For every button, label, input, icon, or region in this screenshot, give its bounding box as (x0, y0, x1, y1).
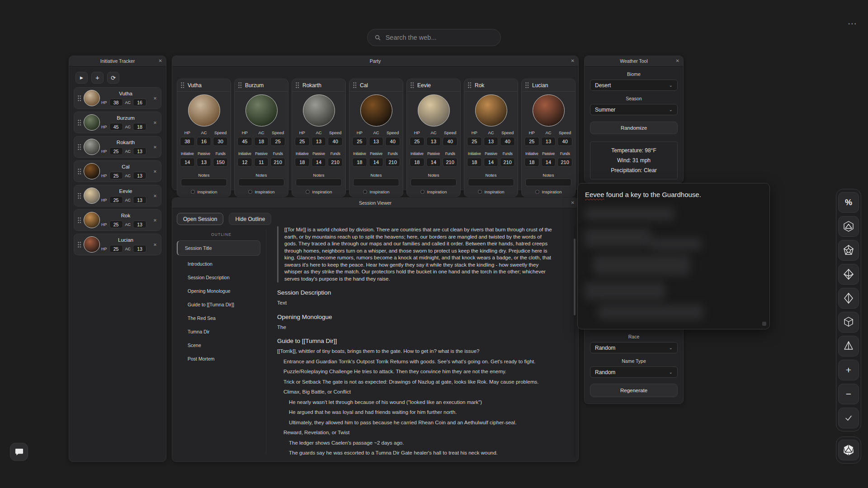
drag-handle-icon[interactable] (78, 169, 82, 175)
funds-value[interactable]: 210 (500, 158, 515, 167)
funds-value[interactable]: 210 (385, 158, 400, 167)
speed-value[interactable]: 25 (270, 137, 285, 146)
outline-item[interactable]: Scene (177, 338, 266, 352)
hp-value[interactable]: 25 (524, 137, 539, 146)
initiative-value[interactable]: 12 (237, 158, 252, 167)
funds-value[interactable]: 210 (443, 158, 458, 167)
scrollbar-thumb[interactable] (574, 239, 576, 315)
close-icon[interactable]: ✕ (571, 200, 575, 206)
drag-handle-icon[interactable] (296, 82, 299, 88)
dice-tray-button[interactable] (838, 440, 859, 460)
drag-handle-icon[interactable] (525, 82, 529, 88)
funds-value[interactable]: 150 (213, 158, 228, 167)
funds-value[interactable]: 210 (557, 158, 572, 167)
hp-value[interactable]: 45 (109, 123, 123, 131)
ac-value[interactable]: 13 (311, 137, 326, 146)
hp-value[interactable]: 25 (352, 137, 367, 146)
scrollbar-track[interactable] (574, 226, 576, 457)
inspiration-radio[interactable] (306, 190, 310, 194)
hp-value[interactable]: 25 (109, 172, 123, 179)
hp-value[interactable]: 38 (180, 137, 195, 146)
reset-initiative-button[interactable]: ⟳ (107, 72, 119, 84)
ac-value[interactable]: 13 (133, 221, 146, 228)
plus-button[interactable]: + (838, 360, 859, 380)
speed-value[interactable]: 40 (443, 137, 458, 146)
funds-value[interactable]: 210 (270, 158, 285, 167)
outline-item[interactable]: Session Title (177, 240, 260, 256)
inspiration-radio[interactable] (191, 190, 195, 194)
drag-handle-icon[interactable] (78, 217, 82, 224)
initiative-value[interactable]: 18 (524, 158, 539, 167)
initiative-value[interactable]: 18 (295, 158, 310, 167)
note-popup[interactable]: Eevee found a key to the Guardhouse. (577, 183, 770, 329)
ac-value[interactable]: 13 (541, 137, 556, 146)
drag-handle-icon[interactable] (78, 193, 82, 200)
drag-handle-icon[interactable] (410, 82, 414, 88)
notes-input[interactable] (525, 178, 571, 186)
speed-value[interactable]: 40 (500, 137, 515, 146)
hp-value[interactable]: 25 (467, 137, 482, 146)
ac-value[interactable]: 13 (133, 172, 146, 179)
remove-icon[interactable]: ✕ (153, 242, 157, 247)
outline-item[interactable]: Opening Monologue (177, 284, 266, 298)
outline-item[interactable]: Guide to [[Tumna Dir]] (177, 298, 266, 311)
hp-value[interactable]: 25 (109, 196, 123, 204)
outline-item[interactable]: Session Description (177, 271, 266, 284)
randomize-button[interactable]: Randomize (590, 122, 678, 134)
note-text[interactable]: Eevee found a key to the Guardhouse. (585, 191, 762, 198)
initiative-value[interactable]: 14 (180, 158, 195, 167)
regenerate-button[interactable]: Regenerate (590, 384, 678, 397)
hp-value[interactable]: 25 (410, 137, 425, 146)
drag-handle-icon[interactable] (181, 82, 184, 88)
inspiration-radio[interactable] (420, 190, 425, 194)
ac-value[interactable]: 13 (426, 137, 441, 146)
drag-handle-icon[interactable] (78, 120, 82, 127)
outline-item[interactable]: Tumna Dir (177, 325, 266, 338)
resize-grip[interactable] (762, 322, 766, 326)
remove-icon[interactable]: ✕ (153, 193, 157, 198)
hp-value[interactable]: 25 (295, 137, 310, 146)
passive-value[interactable]: 14 (484, 158, 499, 167)
check-button[interactable] (838, 408, 859, 428)
chat-button[interactable] (10, 443, 28, 461)
initiative-value[interactable]: 18 (410, 158, 425, 167)
passive-value[interactable]: 13 (197, 158, 212, 167)
notes-input[interactable] (468, 178, 514, 186)
drag-handle-icon[interactable] (78, 95, 82, 102)
percent-button[interactable]: % (838, 192, 859, 213)
biome-select[interactable]: Desert ⌄ (590, 80, 678, 91)
notes-input[interactable] (238, 178, 284, 186)
remove-icon[interactable]: ✕ (153, 145, 157, 150)
inspiration-radio[interactable] (248, 190, 252, 194)
passive-value[interactable]: 14 (369, 158, 384, 167)
outline-item[interactable]: Post Mortem (177, 352, 266, 366)
funds-value[interactable]: 210 (328, 158, 343, 167)
outline-item[interactable]: The Red Sea (177, 311, 266, 325)
ac-value[interactable]: 18 (254, 137, 269, 146)
close-icon[interactable]: ✕ (159, 58, 162, 64)
ac-value[interactable]: 13 (133, 147, 146, 155)
ac-value[interactable]: 18 (133, 123, 146, 131)
notes-input[interactable] (181, 178, 227, 186)
ac-value[interactable]: 16 (133, 99, 146, 106)
drag-handle-icon[interactable] (468, 82, 472, 88)
drag-handle-icon[interactable] (78, 242, 82, 249)
passive-value[interactable]: 14 (426, 158, 441, 167)
d20-button[interactable] (838, 216, 859, 237)
hp-value[interactable]: 25 (109, 221, 123, 228)
ac-value[interactable]: 13 (133, 196, 146, 204)
notes-input[interactable] (353, 178, 399, 186)
start-initiative-button[interactable]: ▶ (75, 72, 88, 84)
passive-value[interactable]: 14 (541, 158, 556, 167)
d8-button[interactable] (838, 288, 859, 309)
notes-input[interactable] (410, 178, 457, 186)
minus-button[interactable]: − (838, 384, 859, 404)
race-select[interactable]: Random ⌄ (590, 342, 678, 353)
speed-value[interactable]: 30 (213, 137, 228, 146)
close-icon[interactable]: ✕ (571, 58, 575, 64)
close-icon[interactable]: ✕ (676, 58, 679, 64)
hide-outline-button[interactable]: Hide Outline (229, 213, 271, 225)
ac-value[interactable]: 13 (369, 137, 384, 146)
remove-icon[interactable]: ✕ (153, 96, 157, 101)
speed-value[interactable]: 40 (557, 137, 572, 146)
